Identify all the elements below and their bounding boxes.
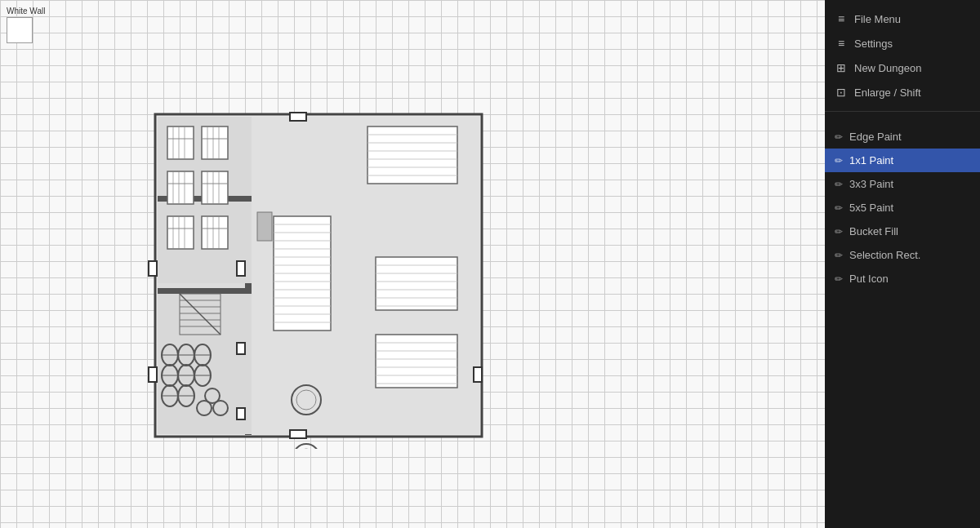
svg-rect-13 (202, 126, 228, 159)
svg-point-102 (293, 444, 319, 449)
svg-rect-28 (167, 216, 194, 249)
tool-item-edge-paint[interactable]: ✏ Edge Paint (825, 125, 980, 149)
canvas-area[interactable]: White Wall (0, 0, 825, 528)
new-dungeon-label: New Dungeon (854, 62, 921, 74)
file-menu-label: File Menu (854, 13, 901, 25)
3x3-paint-icon: ✏ (835, 179, 843, 190)
svg-rect-18 (167, 171, 194, 204)
menu-item-settings[interactable]: ≡ Settings (825, 31, 980, 55)
white-wall-label: White Wall (7, 7, 45, 43)
svg-rect-108 (149, 367, 157, 382)
svg-rect-110 (237, 343, 245, 354)
5x5-paint-icon: ✏ (835, 202, 843, 214)
tool-items-container: ✏ Edge Paint ✏ 1x1 Paint ✏ 3x3 Paint ✏ 5… (825, 125, 980, 291)
svg-rect-104 (290, 113, 306, 121)
enlarge-shift-label: Enlarge / Shift (854, 87, 921, 99)
svg-rect-109 (474, 367, 482, 382)
selection-rect-label: Selection Rect. (849, 249, 920, 261)
tool-item-selection-rect[interactable]: ✏ Selection Rect. (825, 243, 980, 267)
svg-rect-112 (257, 212, 272, 241)
svg-rect-38 (158, 288, 252, 294)
settings-icon: ≡ (835, 37, 848, 50)
svg-rect-105 (290, 430, 306, 438)
tool-item-put-icon[interactable]: ✏ Put Icon (825, 267, 980, 291)
menu-item-file-menu[interactable]: ≡ File Menu (825, 7, 980, 31)
svg-rect-79 (368, 126, 457, 184)
tool-item-3x3-paint[interactable]: ✏ 3x3 Paint (825, 172, 980, 196)
1x1-paint-label: 1x1 Paint (849, 154, 893, 166)
tool-item-5x5-paint[interactable]: ✏ 5x5 Paint (825, 196, 980, 220)
bucket-fill-icon: ✏ (835, 226, 843, 237)
put-icon-icon: ✏ (835, 273, 843, 285)
3x3-paint-label: 3x3 Paint (849, 178, 893, 190)
sidebar-top-menu: ≡ File Menu ≡ Settings ⊞ New Dungeon ⊡ E… (825, 0, 980, 112)
svg-rect-33 (202, 216, 228, 249)
file-menu-icon: ≡ (835, 12, 848, 25)
new-dungeon-icon: ⊞ (835, 61, 848, 74)
put-icon-label: Put Icon (849, 273, 889, 285)
svg-rect-107 (237, 261, 245, 276)
menu-item-new-dungeon[interactable]: ⊞ New Dungeon (825, 55, 980, 80)
edge-paint-icon: ✏ (835, 131, 843, 143)
sidebar-divider (825, 112, 980, 125)
menu-item-enlarge-shift[interactable]: ⊡ Enlarge / Shift (825, 80, 980, 104)
tool-item-1x1-paint[interactable]: ✏ 1x1 Paint (825, 149, 980, 172)
1x1-paint-icon: ✏ (835, 155, 843, 166)
svg-rect-23 (202, 171, 228, 204)
white-wall-swatch (7, 17, 33, 43)
menu-items-container: ≡ File Menu ≡ Settings ⊞ New Dungeon ⊡ E… (825, 7, 980, 104)
tool-item-bucket-fill[interactable]: ✏ Bucket Fill (825, 220, 980, 243)
selection-rect-icon: ✏ (835, 250, 843, 261)
enlarge-shift-icon: ⊡ (835, 86, 848, 99)
bucket-fill-label: Bucket Fill (849, 225, 898, 237)
svg-rect-106 (149, 261, 157, 276)
svg-rect-8 (167, 126, 194, 159)
sidebar: ≡ File Menu ≡ Settings ⊞ New Dungeon ⊡ E… (825, 0, 980, 528)
5x5-paint-label: 5x5 Paint (849, 202, 893, 214)
dungeon-map (131, 98, 490, 449)
edge-paint-label: Edge Paint (849, 131, 902, 143)
settings-label: Settings (854, 38, 893, 50)
svg-rect-111 (237, 408, 245, 419)
